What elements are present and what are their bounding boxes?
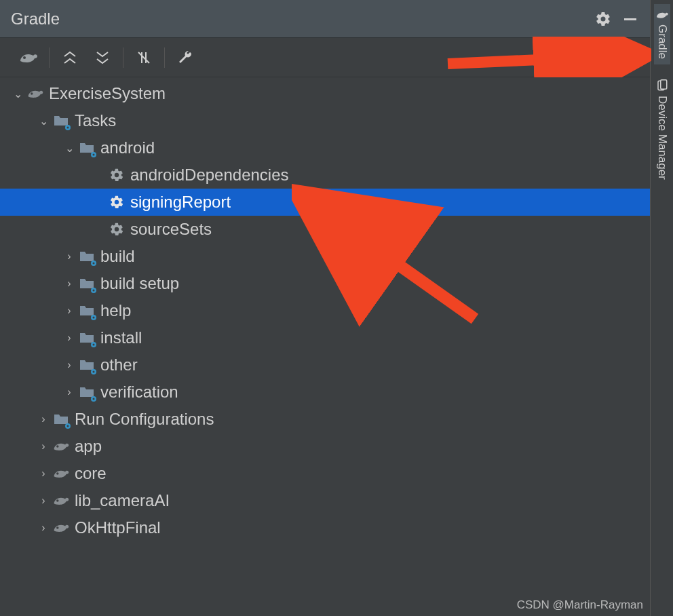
chevron-right-icon[interactable]: ›: [62, 305, 76, 317]
chevron-right-icon[interactable]: ›: [62, 277, 76, 290]
tree-node-label: core: [75, 464, 107, 483]
svg-point-8: [93, 290, 95, 292]
tree-node-okHttpFinal[interactable]: › OkHttpFinal: [0, 514, 650, 541]
tree-node-label: ExerciseSystem: [49, 84, 166, 103]
svg-point-10: [93, 317, 95, 319]
rail-tab-gradle[interactable]: Gradle: [654, 4, 670, 64]
chevron-down-icon[interactable]: ⌄: [62, 142, 76, 155]
tree-node-label: Run Configurations: [75, 410, 214, 429]
tree-node-android[interactable]: ⌄ android: [0, 134, 650, 161]
gradle-elephant-icon: [52, 518, 71, 537]
tree-node-verification[interactable]: › verification: [0, 379, 650, 406]
tree-node-app[interactable]: › app: [0, 433, 650, 460]
tree-node-tasks[interactable]: ⌄ Tasks: [0, 107, 650, 134]
build-tool-settings-button[interactable]: [169, 44, 201, 71]
chevron-right-icon[interactable]: ›: [62, 332, 76, 344]
minimize-button[interactable]: [621, 10, 639, 28]
folder-gear-icon: [77, 355, 96, 374]
gear-icon: [107, 220, 126, 239]
folder-gear-icon: [77, 138, 96, 157]
folder-gear-icon: [52, 410, 71, 429]
tree-node-lib-cameraAI[interactable]: › lib_cameraAI: [0, 487, 650, 514]
tree-node-help[interactable]: › help: [0, 297, 650, 324]
gear-icon: [107, 166, 126, 185]
chevron-right-icon[interactable]: ›: [37, 467, 50, 480]
tree-node-label: app: [75, 437, 102, 456]
expand-all-button[interactable]: [54, 44, 86, 71]
tree-node-label: help: [100, 301, 131, 320]
chevron-right-icon[interactable]: ›: [37, 413, 50, 425]
gradle-elephant-icon: [52, 464, 71, 483]
svg-point-12: [93, 344, 95, 346]
folder-gear-icon: [77, 383, 96, 402]
chevron-right-icon[interactable]: ›: [37, 440, 50, 453]
svg-point-16: [93, 398, 95, 400]
panel-title: Gradle: [11, 9, 60, 28]
toggle-offline-button[interactable]: [128, 44, 160, 71]
svg-rect-0: [624, 18, 636, 20]
chevron-right-icon[interactable]: ›: [62, 250, 76, 263]
task-label: sourceSets: [130, 220, 212, 239]
tree-node-run-configurations[interactable]: › Run Configurations: [0, 406, 650, 433]
svg-rect-22: [660, 80, 666, 90]
chevron-down-icon[interactable]: ⌄: [37, 115, 50, 128]
gradle-elephant-icon: [52, 437, 71, 456]
panel-titlebar: Gradle: [0, 0, 650, 38]
tree-node-label: lib_cameraAI: [75, 491, 170, 510]
gradle-tree[interactable]: ⌄ ExerciseSystem ⌄ Tasks ⌄: [0, 77, 650, 616]
task-signingReport[interactable]: signingReport: [0, 189, 650, 216]
tree-node-build[interactable]: › build: [0, 243, 650, 270]
tree-node-label: build setup: [100, 274, 179, 293]
rail-tab-label: Gradle: [655, 24, 669, 59]
rail-tab-label: Device Manager: [655, 96, 669, 180]
reload-projects-button[interactable]: [12, 44, 45, 71]
folder-gear-icon: [77, 301, 96, 320]
svg-point-2: [67, 127, 69, 129]
separator: [49, 47, 50, 68]
task-label: androidDependencies: [130, 166, 289, 185]
chevron-right-icon[interactable]: ›: [37, 495, 50, 507]
tree-node-core[interactable]: › core: [0, 460, 650, 487]
svg-point-4: [93, 154, 95, 156]
chevron-right-icon[interactable]: ›: [37, 522, 50, 534]
tree-node-label: build: [100, 247, 135, 266]
task-androidDependencies[interactable]: androidDependencies: [0, 161, 650, 189]
collapse-all-button[interactable]: [86, 44, 119, 71]
tree-node-label: android: [100, 138, 155, 157]
gradle-elephant-icon: [52, 491, 71, 510]
tree-node-project-root[interactable]: ⌄ ExerciseSystem: [0, 80, 650, 107]
gradle-panel: Gradle: [0, 0, 650, 616]
chevron-down-icon[interactable]: ⌄: [11, 88, 24, 100]
separator: [164, 47, 165, 68]
folder-gear-icon: [77, 247, 96, 266]
svg-point-14: [93, 371, 95, 373]
tree-node-label: other: [100, 355, 138, 374]
folder-gear-icon: [77, 328, 96, 347]
separator: [123, 47, 123, 68]
right-tool-rail: Gradle Device Manager: [650, 0, 673, 616]
tree-node-label: verification: [100, 383, 178, 402]
tree-node-build-setup[interactable]: › build setup: [0, 270, 650, 297]
tree-node-install[interactable]: › install: [0, 324, 650, 351]
folder-gear-icon: [77, 274, 96, 293]
gradle-toolbar: [0, 38, 650, 77]
svg-point-18: [67, 425, 69, 427]
svg-point-6: [93, 263, 95, 265]
chevron-right-icon[interactable]: ›: [62, 359, 76, 371]
rail-tab-device-manager[interactable]: Device Manager: [654, 74, 670, 185]
tree-node-label: install: [100, 328, 142, 347]
folder-gear-icon: [52, 111, 71, 130]
tree-node-label: Tasks: [75, 111, 116, 130]
gradle-elephant-icon: [26, 84, 45, 103]
task-label: signingReport: [130, 193, 231, 212]
tree-node-label: OkHttpFinal: [75, 518, 161, 537]
tree-node-other[interactable]: › other: [0, 351, 650, 379]
settings-button[interactable]: [594, 10, 612, 28]
task-sourceSets[interactable]: sourceSets: [0, 216, 650, 243]
gear-icon: [107, 193, 126, 212]
chevron-right-icon[interactable]: ›: [62, 386, 76, 398]
